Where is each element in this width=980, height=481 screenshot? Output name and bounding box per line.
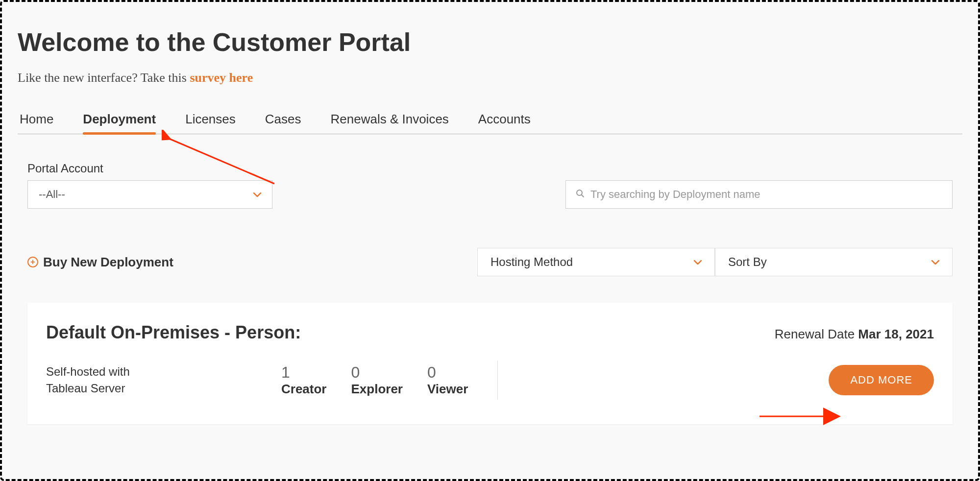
stat-viewer-label: Viewer (427, 382, 468, 397)
tab-accounts[interactable]: Accounts (478, 109, 531, 134)
portal-account-label: Portal Account (27, 162, 272, 175)
stat-viewer: 0 Viewer (427, 363, 468, 397)
stat-explorer-label: Explorer (351, 382, 403, 397)
sort-by-select[interactable]: Sort By (715, 248, 953, 276)
sort-controls: Hosting Method Sort By (477, 248, 953, 276)
card-body: Self-hosted with Tableau Server 1 Creato… (46, 361, 934, 400)
svg-line-1 (582, 195, 584, 197)
survey-prompt: Like the new interface? Take this survey… (18, 71, 962, 85)
plus-circle-icon: + (27, 257, 38, 267)
stat-creator-label: Creator (281, 382, 326, 397)
hosting-line-2: Tableau Server (46, 382, 125, 395)
portal-account-select[interactable]: --All-- (27, 180, 272, 209)
chevron-down-icon (694, 257, 702, 267)
hosting-method-select[interactable]: Hosting Method (477, 248, 715, 276)
stat-viewer-count: 0 (427, 363, 468, 382)
stat-creator-count: 1 (281, 363, 326, 382)
buy-new-deployment-button[interactable]: + Buy New Deployment (27, 255, 173, 270)
tab-home[interactable]: Home (20, 109, 53, 134)
stat-explorer: 0 Explorer (351, 363, 403, 397)
search-icon (576, 189, 585, 200)
chevron-down-icon (253, 190, 261, 200)
page-title: Welcome to the Customer Portal (18, 27, 962, 57)
renewal-label: Renewal Date (775, 327, 858, 341)
tab-deployment[interactable]: Deployment (83, 109, 156, 134)
hosting-line-1: Self-hosted with (46, 365, 130, 378)
survey-link[interactable]: survey here (190, 71, 253, 85)
deployment-card: Default On-Premises - Person: Renewal Da… (27, 303, 953, 424)
search-box[interactable] (565, 180, 953, 209)
tab-cases[interactable]: Cases (265, 109, 301, 134)
portal-account-group: Portal Account --All-- (27, 162, 272, 209)
renewal-date: Mar 18, 2021 (858, 327, 934, 341)
license-stats: 1 Creator 0 Explorer 0 Viewer (281, 363, 468, 397)
vertical-divider (497, 361, 498, 400)
stat-explorer-count: 0 (351, 363, 403, 382)
hosting-method-label: Hosting Method (490, 255, 573, 269)
hosting-description: Self-hosted with Tableau Server (46, 363, 281, 396)
card-header: Default On-Premises - Person: Renewal Da… (46, 322, 934, 343)
tab-licenses[interactable]: Licenses (185, 109, 236, 134)
sort-by-label: Sort By (728, 255, 767, 269)
buy-new-label: Buy New Deployment (43, 255, 173, 270)
renewal-info: Renewal Date Mar 18, 2021 (775, 327, 934, 342)
actions-row: + Buy New Deployment Hosting Method Sort… (18, 248, 962, 276)
chevron-down-icon (931, 257, 939, 267)
stat-creator: 1 Creator (281, 363, 326, 397)
filter-row: Portal Account --All-- (18, 162, 962, 209)
deployment-title: Default On-Premises - Person: (46, 322, 301, 343)
tab-renewals-invoices[interactable]: Renewals & Invoices (331, 109, 449, 134)
search-input[interactable] (590, 188, 942, 201)
add-more-button[interactable]: ADD MORE (829, 365, 934, 395)
survey-prefix: Like the new interface? Take this (18, 71, 190, 85)
portal-account-value: --All-- (39, 188, 65, 201)
page-container: Welcome to the Customer Portal Like the … (0, 0, 980, 481)
tab-bar: Home Deployment Licenses Cases Renewals … (18, 109, 962, 134)
